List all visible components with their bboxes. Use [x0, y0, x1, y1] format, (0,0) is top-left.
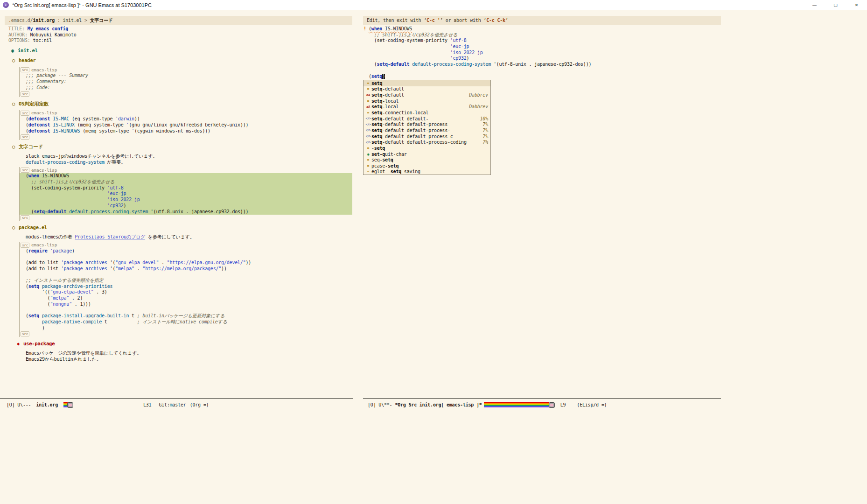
code-token: )) [246, 260, 252, 265]
modeline-vc-branch[interactable]: Git:master [159, 402, 186, 407]
text-kind-icon: ≡ [365, 81, 371, 85]
abc-kind-icon: aA [365, 93, 371, 97]
modeline-major-mode[interactable]: (Org ≡) [190, 402, 209, 407]
code-token: 'package-archives [61, 260, 107, 265]
candidate-annotation: 7% [478, 122, 488, 127]
code-kind-icon: </> [365, 117, 371, 120]
flymake-warning-indicator: ! [364, 26, 366, 32]
src-block-label: src [20, 134, 352, 140]
org-heading[interactable]: ○package.el [5, 224, 352, 231]
code-token: . 2) [69, 295, 83, 301]
buffer-line: Emacsパッケージの設定や管理を簡単にしてくれます。 [5, 350, 352, 357]
modeline-buffer-name[interactable]: *Org Src init.org[ emacs-lisp ]* [395, 402, 482, 407]
completion-candidate[interactable]: </>setq-default default-process-coding7% [364, 139, 490, 145]
completion-candidate[interactable]: aAsetq-defaultDabbrev [364, 92, 490, 98]
candidate-label: setq [371, 81, 382, 86]
buffer-line: (add-to-list 'package-archives '("melpa"… [26, 266, 352, 272]
src-block-code[interactable]: ;;; package --- Summary;;; Commentary:;;… [20, 73, 352, 91]
right-window: Edit, then exit with ‘C-c '’ or abort wi… [363, 16, 721, 79]
code-token: OPTIONS: [8, 38, 33, 43]
breadcrumb-segment: init.org [33, 18, 55, 23]
buffer-line: (defconst IS-WINDOWS (memq system-type '… [26, 128, 352, 134]
code-token: default-process-coding-system [69, 209, 148, 214]
left-window: .emacs.d/init.org : init.el > 文字コード TITL… [5, 16, 352, 404]
src-block-code[interactable]: (require 'package) (add-to-list 'package… [20, 248, 352, 331]
code-token: ;; shift-jisよりcp932を優先させる [26, 179, 114, 184]
code-token: Nobuyuki Kamimoto [30, 32, 77, 37]
candidate-label: -setq [371, 146, 385, 151]
candidate-label: setq-default [371, 86, 404, 91]
completion-candidate[interactable]: ≡pcase-setq [364, 163, 490, 169]
completion-candidate[interactable]: ◉set-quit-char [364, 151, 490, 157]
src-tag: src [21, 91, 29, 97]
completion-candidate[interactable]: ≡-setq [364, 145, 490, 151]
completion-candidate[interactable]: </>setq-default default-process-c7% [364, 133, 490, 140]
heading-text: 文字コード [19, 144, 43, 149]
modeline-line-number: L9 [560, 402, 566, 407]
maximize-button[interactable]: ▢ [825, 0, 846, 10]
modeline-major-mode[interactable]: (ELisp/d ≡) [577, 402, 607, 407]
candidate-annotation: Dabbrev [464, 104, 488, 109]
close-button[interactable]: ✕ [846, 0, 867, 10]
candidate-label: setq-default [371, 92, 404, 98]
modeline-buffer-name[interactable]: init.org [36, 402, 58, 407]
completion-candidate[interactable]: </>setq-default default-process-7% [364, 127, 490, 133]
code-token: 'utf-8 [450, 38, 467, 43]
code-token: '( [107, 266, 115, 271]
code-token: '( [107, 260, 115, 265]
completion-candidate[interactable]: </>setq-default default-process7% [364, 121, 490, 127]
echo-area[interactable] [0, 413, 867, 427]
modeline-line-number: L31 [143, 402, 151, 407]
buffer-line: (defconst IS-MAC (eq system-type 'darwin… [26, 116, 352, 122]
buffer-line: (setq-default default-process-coding-sys… [26, 209, 352, 215]
org-src-edit-buffer[interactable]: !(when IS-WINDOWS ;; shift-jisよりcp932を優先… [363, 25, 721, 79]
heading-bullet-icon: ◆ [17, 341, 23, 347]
buffer-line: 'cp932) [26, 203, 352, 209]
code-token: slack emacs-jpのwindowsチャンネルを参考にしています。 [26, 154, 157, 159]
code-token: (gnu gnu/linux gnu/kfreebsd berkeley-uni… [129, 122, 248, 127]
src-block-code[interactable]: (when IS-WINDOWS ;; shift-jisよりcp932を優先さ… [20, 173, 352, 215]
header-text: Edit, then exit with ‘ [367, 18, 427, 23]
completion-candidate[interactable]: ≡seq-setq [364, 157, 490, 163]
key-binding: C-c C-k [486, 18, 505, 23]
org-buffer[interactable]: TITLE: My emacs configAUTHOR: Nobuyuki K… [5, 25, 352, 404]
window-controls: — ▢ ✕ [804, 0, 867, 10]
heading-text: header [19, 57, 36, 63]
breadcrumb-segment: init.el [63, 18, 82, 23]
code-token: setq [28, 313, 39, 318]
buffer-line: (require 'package) [26, 248, 352, 254]
org-heading[interactable]: ◆use-package [5, 341, 352, 347]
breadcrumb-segment: 文字コード [90, 17, 113, 24]
src-block-label: srcemacs-lisp [20, 110, 352, 116]
code-kind-icon: </> [365, 140, 371, 144]
code-token: ( [26, 295, 50, 301]
buffer-line: (setq-default default-process-coding-sys… [369, 62, 721, 68]
org-heading[interactable]: ○OS判定用定数 [5, 101, 352, 107]
completion-candidate[interactable]: ≡setq-default [364, 86, 490, 92]
link[interactable]: Protesilaos Stavrouのブログ [75, 234, 145, 239]
code-token: 'utf-8 [107, 185, 124, 190]
completion-candidate[interactable]: aAsetq-localDabbrev [364, 104, 490, 110]
minimize-button[interactable]: — [804, 0, 825, 10]
org-heading[interactable]: ○文字コード [5, 144, 352, 150]
code-token: ) [124, 203, 126, 208]
org-heading[interactable]: ○header [5, 57, 352, 63]
org-heading[interactable]: ◉init.el [5, 48, 352, 54]
buffer-line: (setq package-install-upgrade-built-in t… [26, 313, 352, 319]
code-token: (add-to-list [26, 266, 61, 271]
code-kind-icon: </> [365, 123, 371, 126]
heading-bullet-icon: ○ [12, 144, 19, 150]
completion-candidate[interactable]: ≡setq [364, 80, 490, 86]
candidate-label: setq-local [371, 98, 399, 104]
buffer-line: ;; shift-jisよりcp932を優先させる [26, 179, 352, 185]
completion-candidate[interactable]: ≡setq-local [364, 98, 490, 104]
code-token: modus-themesの作者 [26, 234, 75, 239]
src-block-code[interactable]: (defconst IS-MAC (eq system-type 'darwin… [20, 116, 352, 134]
src-tag: src [21, 111, 29, 116]
code-token: 'euc-jp [450, 44, 469, 49]
code-token: 'cp932 [450, 56, 467, 61]
completion-candidate[interactable]: </>setq-default default-10% [364, 116, 490, 122]
nyan-cat-icon [67, 402, 73, 408]
completion-candidate[interactable]: ≡eglot--setq-saving [364, 169, 490, 175]
completion-candidate[interactable]: ≡setq-connection-local [364, 110, 490, 116]
